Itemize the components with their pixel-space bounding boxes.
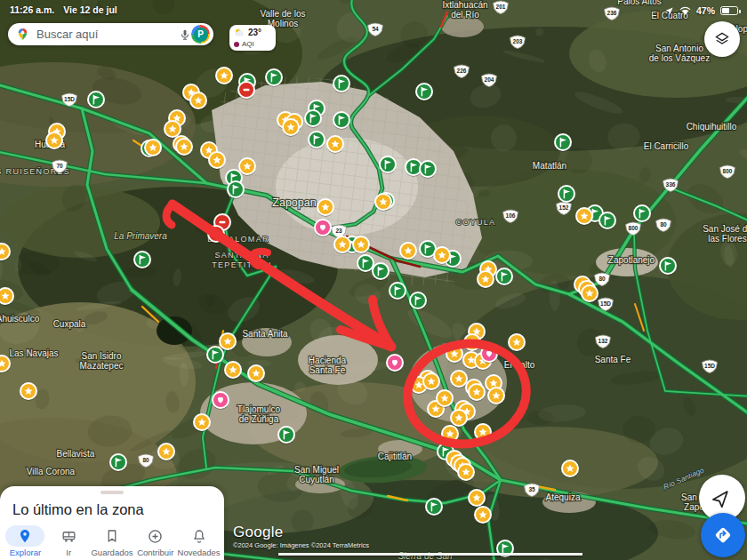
place-pin-star[interactable]: [334, 236, 351, 254]
place-pin-star[interactable]: [469, 384, 486, 402]
place-pin-star[interactable]: [437, 390, 454, 408]
place-pin-star[interactable]: [145, 140, 162, 157]
place-pin-star[interactable]: [451, 371, 468, 388]
map-label: El Carricillo: [644, 141, 689, 151]
place-pin-star[interactable]: [190, 92, 207, 110]
place-pin-flag[interactable]: [555, 134, 572, 152]
directions-fab[interactable]: [701, 513, 745, 557]
map-label: COYULA: [456, 218, 496, 227]
place-pin-flag[interactable]: [278, 427, 295, 444]
search-bar[interactable]: Buscar aquí P: [8, 23, 213, 45]
google-watermark: Google: [233, 524, 284, 541]
bottom-sheet[interactable]: Lo último en la zona Explorar Ir Guardad…: [0, 486, 224, 560]
road-closure-pin[interactable]: [238, 82, 255, 100]
svg-text:15D: 15D: [64, 96, 75, 102]
favorite-pin-heart[interactable]: [213, 392, 229, 410]
place-pin-flag[interactable]: [599, 212, 616, 230]
tab-guardados[interactable]: Guardados: [91, 524, 134, 557]
tab-contribuir[interactable]: Contribuir: [133, 524, 177, 557]
map-label: San IsidroMazatepec: [80, 351, 124, 371]
layers-button[interactable]: [704, 21, 740, 57]
place-pin-star[interactable]: [248, 365, 265, 383]
place-pin-star[interactable]: [225, 362, 242, 380]
place-pin-flag[interactable]: [228, 181, 245, 199]
place-pin-star[interactable]: [327, 136, 344, 154]
place-pin-flag[interactable]: [660, 258, 677, 276]
place-pin-flag[interactable]: [426, 499, 443, 516]
favorite-pin-heart[interactable]: [315, 220, 332, 237]
map-label: Zapopan: [272, 196, 316, 209]
place-pin-flag[interactable]: [496, 268, 513, 286]
place-pin-star[interactable]: [220, 333, 237, 351]
tab-novedades[interactable]: Novedades: [177, 524, 221, 557]
map-canvas[interactable]: HuaxtlaLOS RUISEÑORESLa PrimaveraAhuiscu…: [0, 0, 747, 560]
search-input[interactable]: Buscar aquí: [36, 28, 179, 41]
place-pin-flag[interactable]: [207, 347, 224, 364]
place-pin-flag[interactable]: [88, 92, 105, 109]
place-pin-star[interactable]: [423, 373, 440, 391]
tab-label: Guardados: [91, 548, 133, 557]
tab-explorar[interactable]: Explorar: [4, 524, 47, 557]
svg-text:204: 204: [485, 76, 494, 83]
place-pin-star[interactable]: [375, 194, 392, 212]
place-pin-star[interactable]: [434, 247, 451, 265]
place-pin-star[interactable]: [509, 334, 526, 352]
explore-pin-icon: [17, 528, 33, 544]
place-pin-star[interactable]: [478, 271, 494, 289]
place-pin-star[interactable]: [353, 236, 370, 254]
place-pin-flag[interactable]: [634, 205, 651, 223]
place-pin-flag[interactable]: [266, 69, 283, 87]
sheet-drag-handle[interactable]: [100, 491, 124, 494]
place-pin-star[interactable]: [400, 243, 417, 260]
place-pin-star[interactable]: [469, 490, 486, 508]
place-pin-star[interactable]: [562, 460, 579, 478]
mic-icon[interactable]: [179, 28, 191, 41]
account-avatar[interactable]: P: [191, 25, 210, 44]
place-pin-star[interactable]: [158, 444, 175, 461]
weather-chip[interactable]: 23° AQI: [229, 25, 276, 51]
map-label: San Antoniode los Vázquez: [649, 44, 710, 63]
place-pin-flag[interactable]: [420, 161, 437, 179]
place-pin-flag[interactable]: [110, 454, 127, 472]
place-pin-flag[interactable]: [410, 292, 427, 310]
place-pin-flag[interactable]: [333, 112, 350, 130]
place-pin-star[interactable]: [488, 388, 505, 405]
place-pin-star[interactable]: [576, 208, 593, 226]
place-pin-flag[interactable]: [390, 283, 406, 300]
place-pin-star[interactable]: [582, 285, 598, 303]
svg-text:70: 70: [56, 163, 63, 169]
place-pin-flag[interactable]: [309, 132, 325, 149]
svg-text:203: 203: [513, 38, 523, 44]
map-label: Chiquihuitillo: [687, 122, 737, 132]
place-pin-star[interactable]: [475, 507, 492, 524]
map-label: Santa Fe: [595, 355, 631, 364]
place-pin-star[interactable]: [20, 383, 37, 401]
navigation-arrow-icon: [711, 487, 733, 508]
svg-text:80: 80: [660, 221, 667, 228]
svg-text:152: 152: [559, 204, 569, 211]
place-pin-flag[interactable]: [558, 186, 575, 204]
avatar-letter: P: [194, 28, 208, 42]
place-pin-star[interactable]: [458, 464, 475, 482]
place-pin-star[interactable]: [451, 410, 468, 428]
place-pin-flag[interactable]: [497, 540, 514, 558]
place-pin-star[interactable]: [46, 132, 63, 150]
place-pin-flag[interactable]: [373, 263, 390, 281]
place-pin-star[interactable]: [176, 139, 193, 156]
tab-ir[interactable]: Ir: [47, 524, 91, 557]
place-pin-flag[interactable]: [416, 84, 433, 101]
place-pin-star[interactable]: [216, 68, 233, 85]
place-pin-flag[interactable]: [357, 255, 374, 273]
favorite-pin-heart[interactable]: [387, 355, 404, 372]
place-pin-star[interactable]: [239, 158, 256, 176]
location-on-icon: [664, 6, 674, 16]
place-pin-star[interactable]: [194, 414, 211, 432]
place-pin-flag[interactable]: [134, 252, 151, 269]
place-pin-flag[interactable]: [305, 110, 322, 128]
place-pin-flag[interactable]: [333, 76, 350, 93]
svg-text:54: 54: [372, 26, 379, 32]
place-pin-star[interactable]: [283, 119, 300, 137]
place-pin-flag[interactable]: [380, 156, 397, 174]
place-pin-star[interactable]: [317, 199, 334, 217]
place-pin-star[interactable]: [209, 152, 226, 170]
